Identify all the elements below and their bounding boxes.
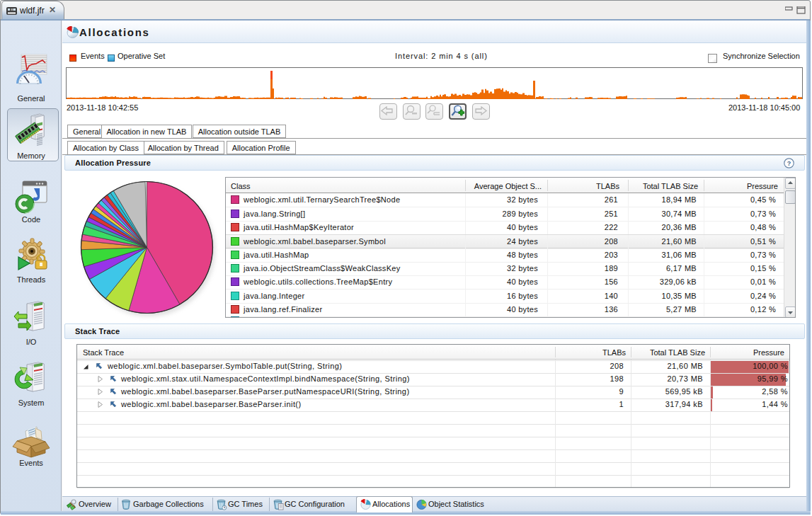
svg-text:?: ? (787, 160, 791, 167)
